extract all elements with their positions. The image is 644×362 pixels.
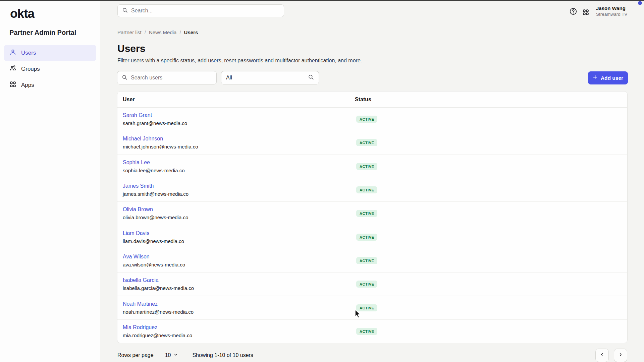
add-user-label: Add user xyxy=(601,75,623,81)
sidebar-item-groups[interactable]: Groups xyxy=(4,61,96,77)
global-search-placeholder: Search... xyxy=(131,8,153,14)
user-email: sarah.grant@news-media.co xyxy=(123,120,355,126)
search-icon xyxy=(122,7,128,14)
status-badge: ACTIVE xyxy=(356,210,377,217)
plus-icon xyxy=(593,75,598,81)
user-menu[interactable]: Jason Wang Streamward TV xyxy=(596,5,628,17)
user-link[interactable]: Ava Wilson xyxy=(123,254,355,260)
table-body: Sarah Grantsarah.grant@news-media.co ACT… xyxy=(117,108,627,343)
search-users-placeholder: Search users xyxy=(131,75,162,81)
user-link[interactable]: Michael Johnson xyxy=(123,136,355,142)
table-header-row: User Status xyxy=(117,92,627,108)
breadcrumb-users: Users xyxy=(184,29,198,35)
table-row: Ava Wilsonava.wilson@news-media.co ACTIV… xyxy=(117,249,627,273)
status-badge: ACTIVE xyxy=(356,328,377,335)
page-subtitle: Filter users with a specific status, add… xyxy=(117,58,362,64)
status-badge: ACTIVE xyxy=(356,163,377,170)
table-row: Noah Martineznoah.martinez@news-media.co… xyxy=(117,296,627,319)
user-icon xyxy=(9,49,16,57)
user-email: noah.martinez@news-media.co xyxy=(123,309,355,315)
okta-logo: okta xyxy=(10,7,34,21)
next-page-button[interactable] xyxy=(614,349,627,362)
user-email: mia.rodriguez@news-media.co xyxy=(123,333,355,338)
search-icon xyxy=(122,74,127,81)
breadcrumb-separator: / xyxy=(179,29,181,35)
user-email: ava.wilson@news-media.co xyxy=(123,262,355,267)
sidebar-item-label: Groups xyxy=(21,66,40,72)
apps-grid-icon xyxy=(9,81,16,89)
sidebar: okta Partner Admin Portal Users Groups A… xyxy=(0,0,100,362)
sidebar-item-label: Users xyxy=(21,50,36,56)
user-email: olivia.brown@news-media.co xyxy=(123,215,355,220)
rows-per-page-label: Rows per page xyxy=(117,352,154,358)
status-badge: ACTIVE xyxy=(356,186,377,193)
user-link[interactable]: Sophia Lee xyxy=(123,160,355,166)
table-row: Mia Rodriguezmia.rodriguez@news-media.co… xyxy=(117,320,627,343)
groups-icon xyxy=(9,65,16,73)
column-header-status: Status xyxy=(355,97,371,103)
showing-count-text: Showing 1-10 of 10 users xyxy=(192,352,253,358)
rows-per-page-value: 10 xyxy=(165,352,171,358)
status-badge: ACTIVE xyxy=(356,139,377,146)
chevron-right-icon xyxy=(618,352,623,358)
search-icon xyxy=(308,74,314,81)
sidebar-item-users[interactable]: Users xyxy=(4,45,96,61)
portal-title: Partner Admin Portal xyxy=(9,29,76,37)
user-email: liam.davis@news-media.co xyxy=(123,238,355,244)
table-row: Liam Davisliam.davis@news-media.co ACTIV… xyxy=(117,225,627,249)
status-filter-dropdown[interactable]: All xyxy=(221,71,319,84)
table-row: Sophia Leesophia.lee@news-media.co ACTIV… xyxy=(117,155,627,178)
users-table: User Status Sarah Grantsarah.grant@news-… xyxy=(117,91,628,343)
breadcrumb-separator: / xyxy=(145,29,146,35)
status-filter-value: All xyxy=(226,75,308,81)
table-row: Olivia Brownolivia.brown@news-media.co A… xyxy=(117,202,627,225)
breadcrumb: Partner list / News Media / Users xyxy=(117,29,198,35)
column-header-user: User xyxy=(117,97,355,103)
pagination xyxy=(595,349,627,362)
user-email: michael.johnson@news-media.co xyxy=(123,144,355,149)
sidebar-item-apps[interactable]: Apps xyxy=(4,77,96,93)
user-link[interactable]: Mia Rodriguez xyxy=(123,324,355,330)
user-link[interactable]: Isabella Garcia xyxy=(123,277,355,283)
rows-per-page-dropdown[interactable]: 10 xyxy=(165,352,178,358)
recording-indicator-dot xyxy=(638,1,642,5)
page-title: Users xyxy=(117,43,145,54)
status-badge: ACTIVE xyxy=(356,257,377,264)
table-footer: Rows per page 10 Showing 1-10 of 10 user… xyxy=(117,349,628,362)
user-name: Jason Wang xyxy=(596,5,628,11)
table-row: James Smithjames.smith@news-media.co ACT… xyxy=(117,178,627,202)
breadcrumb-partner-list[interactable]: Partner list xyxy=(117,29,142,35)
global-search-input[interactable]: Search... xyxy=(117,4,284,17)
sidebar-item-label: Apps xyxy=(21,82,34,88)
user-link[interactable]: Liam Davis xyxy=(123,230,355,236)
help-button[interactable] xyxy=(569,7,578,16)
table-row: Sarah Grantsarah.grant@news-media.co ACT… xyxy=(117,108,627,131)
user-org: Streamward TV xyxy=(596,12,628,17)
chevron-left-icon xyxy=(600,352,604,358)
user-link[interactable]: Olivia Brown xyxy=(123,206,355,213)
user-link[interactable]: Noah Martinez xyxy=(123,301,355,307)
user-link[interactable]: Sarah Grant xyxy=(123,112,355,118)
sidebar-nav: Users Groups Apps xyxy=(4,45,96,93)
status-badge: ACTIVE xyxy=(356,304,377,311)
status-badge: ACTIVE xyxy=(356,116,377,123)
user-link[interactable]: James Smith xyxy=(123,183,355,189)
user-email: sophia.lee@news-media.co xyxy=(123,168,355,173)
add-user-button[interactable]: Add user xyxy=(588,71,628,84)
previous-page-button[interactable] xyxy=(595,349,609,362)
search-users-input[interactable]: Search users xyxy=(117,71,217,84)
window-top-edge xyxy=(0,0,644,1)
user-email: isabella.garcia@news-media.co xyxy=(123,285,355,291)
chevron-down-icon xyxy=(173,352,178,358)
table-row: Isabella Garciaisabella.garcia@news-medi… xyxy=(117,273,627,296)
table-row: Michael Johnsonmichael.johnson@news-medi… xyxy=(117,131,627,155)
app-switcher-icon[interactable] xyxy=(581,8,590,16)
status-badge: ACTIVE xyxy=(356,281,377,288)
user-email: james.smith@news-media.co xyxy=(123,191,355,197)
breadcrumb-news-media[interactable]: News Media xyxy=(149,29,177,35)
status-badge: ACTIVE xyxy=(356,234,377,241)
